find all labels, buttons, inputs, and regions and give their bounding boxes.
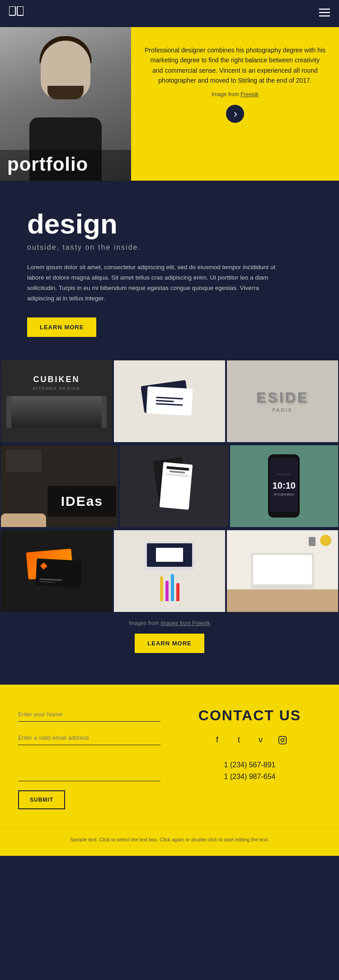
- contact-title: CONTACT US: [198, 707, 301, 724]
- header: [0, 0, 339, 27]
- workspace-laptop: [251, 553, 314, 589]
- footer-note: Sample text. Click to select the text bo…: [0, 827, 339, 856]
- svg-rect-4: [319, 15, 330, 17]
- footer-text: Sample text. Click to select the text bo…: [70, 837, 269, 842]
- facebook-icon[interactable]: f: [210, 733, 225, 747]
- portfolio-cell-eside[interactable]: ESIDE PARIS: [226, 359, 339, 443]
- freepik-link-2[interactable]: Images from Freepik: [160, 620, 210, 626]
- design-title: design: [27, 208, 312, 240]
- phone-number-1: 1 (234) 567-891: [224, 761, 276, 769]
- portfolio-learn-more-button[interactable]: LEARN MORE: [135, 634, 204, 653]
- portfolio-cell-workspace[interactable]: [226, 529, 339, 613]
- email-input[interactable]: [18, 731, 160, 745]
- portfolio-cell-business-cards2[interactable]: [0, 529, 113, 613]
- portfolio-cell-cards2[interactable]: [119, 444, 229, 528]
- portfolio-cell-cubiken[interactable]: CUBIKEN KITCHEN DESIGN: [0, 359, 113, 443]
- card-line: [156, 397, 183, 399]
- contact-info: CONTACT US f t v 1 (234) 567-891 1 (234)…: [179, 707, 321, 781]
- design-section: design outside, tasty on the inside. Lor…: [0, 181, 339, 359]
- hero-arrow[interactable]: [145, 105, 325, 123]
- hero-description: Professional designer combines his photo…: [145, 45, 325, 86]
- svg-rect-2: [319, 9, 330, 10]
- eside-title: ESIDE: [256, 389, 309, 406]
- ideas-text: IDEas: [61, 494, 103, 509]
- svg-rect-3: [319, 12, 330, 13]
- hamburger-icon[interactable]: [319, 9, 330, 19]
- vimeo-icon[interactable]: v: [254, 733, 268, 747]
- portfolio-grid: CUBIKEN KITCHEN DESIGN ESIDE: [0, 359, 339, 685]
- bc2-dark-card: [35, 559, 82, 588]
- portfolio-cell-business-cards[interactable]: [113, 359, 226, 443]
- message-textarea[interactable]: [18, 754, 160, 781]
- ideas-paper: [5, 450, 42, 472]
- workspace-coffee: [320, 535, 331, 546]
- hero-section: portfolio Professional designer combines…: [0, 27, 339, 181]
- cubiken-subtitle: KITCHEN DESIGN: [33, 386, 80, 391]
- phone-date: of inspiration: [274, 492, 294, 496]
- submit-button[interactable]: SUBMIT: [18, 790, 65, 809]
- grid-row-3: [0, 529, 339, 613]
- contact-form: SUBMIT: [18, 707, 160, 809]
- phone-notch: [277, 474, 291, 475]
- twitter-icon[interactable]: t: [232, 733, 246, 747]
- portfolio-label: portfolio: [0, 150, 131, 181]
- portfolio-cell-phone[interactable]: 10:10 of inspiration: [229, 444, 339, 528]
- pencil-1: [160, 576, 163, 601]
- svg-rect-0: [9, 6, 15, 15]
- bc2-wrapper: [27, 551, 86, 591]
- pencil-2: [165, 581, 169, 601]
- phone-device: 10:10 of inspiration: [268, 454, 300, 518]
- learn-more-button[interactable]: LEARN MORE: [27, 317, 96, 337]
- stationery-items: [145, 541, 194, 601]
- phone-screen: 10:10 of inspiration: [270, 458, 298, 512]
- workspace-hands: [227, 589, 338, 612]
- card-line: [156, 400, 174, 402]
- stationery-laptop: [145, 541, 194, 570]
- workspace-phone: [309, 537, 315, 546]
- portfolio-cell-ideas[interactable]: IDEas: [0, 444, 119, 528]
- svg-rect-1: [17, 6, 24, 15]
- name-input[interactable]: [18, 707, 160, 722]
- svg-rect-5: [278, 736, 286, 744]
- cards2-stack: [151, 459, 197, 513]
- bc2-logo: [40, 562, 47, 570]
- contact-section: SUBMIT CONTACT US f t v 1 (234) 567-891 …: [0, 685, 339, 827]
- svg-point-7: [284, 737, 285, 738]
- hero-content: Professional designer combines his photo…: [131, 27, 339, 181]
- phone-time: 10:10: [273, 481, 296, 491]
- instagram-icon[interactable]: [275, 733, 290, 747]
- ideas-hand: [1, 513, 46, 527]
- portfolio-learn-more-container: LEARN MORE: [0, 634, 339, 685]
- freepik-link[interactable]: Freepik: [240, 91, 259, 98]
- phone-number-2: 1 (234) 987-654: [224, 773, 276, 781]
- cubiken-title: CUBIKEN: [33, 375, 80, 384]
- design-subtitle: outside, tasty on the inside.: [27, 243, 312, 252]
- portfolio-caption: Images from Images from Freepik: [0, 613, 339, 634]
- grid-row-2: IDEas 10:10 of ins: [0, 444, 339, 528]
- logo-icon[interactable]: [9, 6, 24, 21]
- social-icons: f t v: [210, 733, 290, 747]
- stationery-pencils: [160, 574, 179, 601]
- card-front: [146, 387, 193, 416]
- pencil-4: [176, 583, 179, 601]
- grid-row-1: CUBIKEN KITCHEN DESIGN ESIDE: [0, 359, 339, 443]
- business-cards-stack: [142, 383, 197, 419]
- portfolio-cell-stationery[interactable]: [113, 529, 226, 613]
- cubiken-image: [6, 396, 106, 428]
- contact-phones: 1 (234) 567-891 1 (234) 987-654: [224, 761, 276, 781]
- eside-subtitle: PARIS: [273, 408, 292, 413]
- next-arrow-button[interactable]: [226, 105, 244, 123]
- hero-image-credit: Image from Freepik: [145, 91, 325, 98]
- svg-point-6: [281, 738, 284, 742]
- card-line: [156, 403, 183, 406]
- design-body: Lorem ipsum dolor sit amet, consectetur …: [27, 262, 280, 304]
- workspace-content: [227, 530, 338, 612]
- pencil-3: [171, 574, 174, 601]
- card2-front: [160, 462, 193, 510]
- hero-portrait: portfolio: [0, 27, 131, 181]
